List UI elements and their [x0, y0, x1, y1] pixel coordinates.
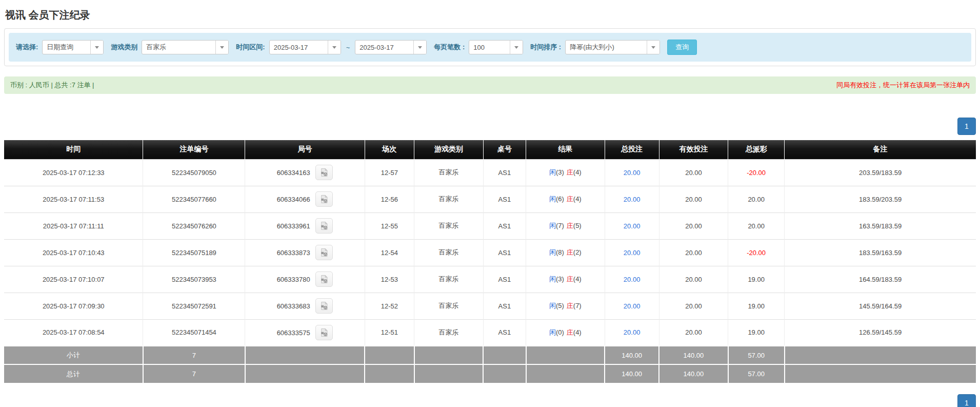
- total-valid-bet: 140.00: [659, 364, 728, 383]
- player-label: 闲: [549, 275, 556, 283]
- bet-time: 2025-03-17 07:11:11: [4, 212, 143, 239]
- header-time: 时间: [4, 140, 143, 159]
- banker-score: (7): [573, 302, 582, 309]
- total-bet-cell: 20.00: [605, 293, 659, 319]
- pagination-top: 1: [4, 118, 976, 135]
- header-bet-id: 注单编号: [143, 140, 245, 159]
- header-round-id: 局号: [245, 140, 365, 159]
- payout: 20.00: [728, 212, 785, 239]
- bet-time: 2025-03-17 07:10:07: [4, 266, 143, 293]
- game-type-label: 游戏类别: [111, 43, 137, 52]
- result-cell: 闲(5)庄(7): [526, 293, 605, 319]
- chevron-down-icon[interactable]: [328, 41, 341, 54]
- table-row: 2025-03-17 07:12:33 522345079050 6063341…: [4, 159, 976, 186]
- sort-order-dropdown[interactable]: 降幂(由大到小): [565, 40, 660, 54]
- chevron-down-icon[interactable]: [510, 41, 523, 54]
- header-session: 场次: [365, 140, 414, 159]
- header-total-bet: 总投注: [605, 140, 659, 159]
- header-remark: 备注: [785, 140, 976, 159]
- round-cell: 606334163: [245, 159, 365, 186]
- total-bet-link[interactable]: 20.00: [624, 222, 641, 230]
- chevron-down-icon[interactable]: [215, 41, 228, 54]
- total-bet-link[interactable]: 20.00: [624, 328, 641, 336]
- total-bet-link[interactable]: 20.00: [624, 169, 641, 177]
- date-from-value: 2025-03-17: [270, 41, 312, 54]
- sort-order-label: 时间排序 :: [530, 43, 561, 52]
- bet-id: 522345077660: [143, 186, 245, 212]
- total-bet-link[interactable]: 20.00: [624, 249, 641, 257]
- game-type-dropdown[interactable]: 百家乐: [142, 40, 229, 54]
- banker-score: (4): [573, 168, 582, 176]
- round-cell: 606333873: [245, 239, 365, 266]
- session: 12-56: [365, 186, 414, 212]
- date-to-picker[interactable]: 2025-03-17: [355, 40, 427, 54]
- total-bet-link[interactable]: 20.00: [624, 302, 641, 310]
- game-type: 百家乐: [414, 293, 484, 319]
- query-type-dropdown[interactable]: 日期查询: [42, 40, 104, 54]
- payout: 19.00: [728, 266, 785, 293]
- result-cell: 闲(3)庄(4): [526, 266, 605, 293]
- chevron-down-icon[interactable]: [647, 41, 659, 54]
- game-type: 百家乐: [414, 186, 484, 212]
- player-label: 闲: [549, 195, 556, 203]
- currency-summary-bar: 币别 : 人民币 | 总共 :7 注单 | 同局有效投注，统一计算在该局第一张注…: [4, 76, 976, 94]
- table-no: AS1: [483, 319, 526, 346]
- video-replay-button[interactable]: [315, 245, 333, 260]
- result-cell: 闲(6)庄(4): [526, 186, 605, 212]
- total-count: 7: [143, 364, 245, 383]
- date-from-picker[interactable]: 2025-03-17: [269, 40, 341, 54]
- video-replay-button[interactable]: [315, 191, 333, 207]
- banker-score: (4): [573, 275, 582, 283]
- video-replay-icon: [319, 168, 329, 177]
- subtotal-count: 7: [143, 346, 245, 364]
- total-bet-cell: 20.00: [605, 186, 659, 212]
- table-row: 2025-03-17 07:10:43 522345075189 6063338…: [4, 239, 976, 266]
- banker-score: (5): [573, 222, 582, 229]
- currency-total-text: 币别 : 人民币 | 总共 :7 注单 |: [10, 81, 94, 90]
- banker-score: (4): [573, 195, 582, 203]
- video-replay-icon: [319, 328, 329, 337]
- game-type: 百家乐: [414, 266, 484, 293]
- page-1-button[interactable]: 1: [957, 118, 976, 135]
- total-bet-link[interactable]: 20.00: [624, 276, 641, 283]
- result-cell: 闲(8)庄(2): [526, 239, 605, 266]
- video-replay-button[interactable]: [315, 272, 333, 287]
- remark: 163.59/183.59: [785, 212, 976, 239]
- subtotal-valid-bet: 140.00: [659, 346, 728, 364]
- payout: -20.00: [728, 159, 785, 186]
- round-id: 606333961: [277, 222, 310, 230]
- video-replay-button[interactable]: [315, 218, 333, 234]
- bet-records-table: 时间 注单编号 局号 场次 游戏类别 桌号 结果 总投注 有效投注 总派彩 备注…: [4, 140, 976, 383]
- video-replay-button[interactable]: [315, 165, 333, 180]
- payout: 20.00: [728, 186, 785, 212]
- video-replay-button[interactable]: [315, 325, 333, 340]
- table-row: 2025-03-17 07:11:53 522345077660 6063340…: [4, 186, 976, 212]
- video-replay-button[interactable]: [315, 298, 333, 314]
- round-id: 606333575: [277, 328, 310, 336]
- per-page-dropdown[interactable]: 100: [469, 40, 523, 54]
- bet-id: 522345076260: [143, 212, 245, 239]
- total-total-bet: 140.00: [605, 364, 659, 383]
- session: 12-53: [365, 266, 414, 293]
- search-button[interactable]: 查询: [667, 40, 697, 55]
- header-payout: 总派彩: [728, 140, 785, 159]
- table-row: 2025-03-17 07:10:07 522345073953 6063337…: [4, 266, 976, 293]
- remark: 126.59/145.59: [785, 319, 976, 346]
- session: 12-51: [365, 319, 414, 346]
- per-page-label: 每页笔数 :: [434, 43, 465, 52]
- subtotal-label: 小计: [4, 346, 143, 364]
- banker-label: 庄: [567, 328, 573, 336]
- video-replay-icon: [319, 275, 329, 284]
- player-label: 闲: [549, 328, 556, 336]
- total-bet-cell: 20.00: [605, 319, 659, 346]
- date-range-separator: ~: [346, 44, 350, 51]
- player-label: 闲: [549, 168, 556, 176]
- chevron-down-icon[interactable]: [413, 41, 426, 54]
- total-bet-link[interactable]: 20.00: [624, 196, 641, 203]
- chevron-down-icon[interactable]: [90, 41, 103, 54]
- total-bet-cell: 20.00: [605, 212, 659, 239]
- result-cell: 闲(0)庄(4): [526, 319, 605, 346]
- subtotal-payout: 57.00: [728, 346, 785, 364]
- page-1-button[interactable]: 1: [957, 394, 976, 407]
- total-bet-cell: 20.00: [605, 159, 659, 186]
